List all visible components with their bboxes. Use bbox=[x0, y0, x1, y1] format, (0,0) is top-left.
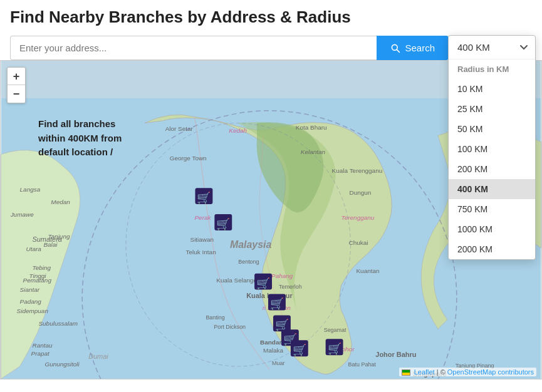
zoom-out-button[interactable]: − bbox=[8, 85, 25, 103]
svg-text:Tebing: Tebing bbox=[33, 264, 51, 271]
svg-text:Subulussalam: Subulussalam bbox=[38, 320, 78, 327]
svg-text:🛒: 🛒 bbox=[328, 342, 342, 356]
svg-text:Prapat: Prapat bbox=[31, 350, 51, 357]
svg-text:Tanjung: Tanjung bbox=[48, 233, 70, 240]
svg-text:Siantar: Siantar bbox=[20, 286, 40, 293]
svg-text:Port Dickson: Port Dickson bbox=[214, 324, 246, 330]
svg-text:Medan: Medan bbox=[51, 199, 70, 205]
svg-text:🛒: 🛒 bbox=[197, 191, 211, 205]
zoom-in-button[interactable]: + bbox=[8, 68, 25, 85]
svg-text:Kuala Selangor: Kuala Selangor bbox=[216, 277, 259, 284]
svg-text:Segamat: Segamat bbox=[324, 327, 347, 333]
svg-text:Tinggi: Tinggi bbox=[29, 272, 47, 279]
svg-text:Batu Pahat: Batu Pahat bbox=[348, 361, 377, 368]
svg-text:Gunungsitoli: Gunungsitoli bbox=[44, 361, 80, 368]
svg-text:Kuantan: Kuantan bbox=[356, 267, 379, 274]
map-info-text: Find all brancheswithin 400KM fromdefaul… bbox=[38, 117, 122, 160]
radius-option-25km[interactable]: 25 KM bbox=[449, 99, 535, 119]
svg-text:Temerloh: Temerloh bbox=[279, 284, 302, 290]
svg-text:Muar: Muar bbox=[272, 360, 284, 366]
page-title: Find Nearby Branches by Address & Radius bbox=[10, 8, 532, 27]
svg-text:Rantau: Rantau bbox=[33, 342, 53, 349]
svg-text:Bentong: Bentong bbox=[238, 259, 259, 265]
svg-text:🛒: 🛒 bbox=[270, 297, 284, 311]
svg-text:🛒: 🛒 bbox=[216, 217, 231, 231]
svg-text:🛒: 🛒 bbox=[293, 343, 307, 357]
svg-text:Teluk Intan: Teluk Intan bbox=[186, 249, 216, 255]
map-attribution: Leaflet | © OpenStreetMap contributors bbox=[399, 368, 536, 376]
radius-option-750km[interactable]: 750 KM bbox=[449, 199, 535, 219]
svg-text:Padang: Padang bbox=[20, 298, 42, 305]
svg-text:Langsa: Langsa bbox=[20, 186, 41, 193]
search-icon bbox=[390, 43, 400, 53]
svg-text:Kota Bharu: Kota Bharu bbox=[296, 124, 327, 131]
svg-text:Johor Bahru: Johor Bahru bbox=[375, 351, 416, 358]
svg-text:Kuala Terengganu: Kuala Terengganu bbox=[332, 167, 383, 174]
svg-text:Terengganu: Terengganu bbox=[341, 214, 375, 221]
radius-dropdown[interactable]: 400 KM Radius in KM 10 KM 25 KM 50 KM 10… bbox=[448, 35, 536, 260]
osm-link[interactable]: OpenStreetMap contributors bbox=[447, 368, 534, 376]
svg-text:Sitiawan: Sitiawan bbox=[190, 236, 214, 243]
svg-text:🛒: 🛒 bbox=[256, 277, 271, 291]
svg-text:Jumawe: Jumawe bbox=[10, 211, 34, 218]
svg-text:Dungun: Dungun bbox=[350, 189, 372, 196]
radius-option-1000km[interactable]: 1000 KM bbox=[449, 219, 535, 239]
leaflet-flag bbox=[402, 369, 410, 376]
zoom-controls: + − bbox=[7, 67, 26, 103]
svg-text:Malaka: Malaka bbox=[263, 347, 284, 354]
radius-option-10km[interactable]: 10 KM bbox=[449, 79, 535, 99]
radius-option-200km[interactable]: 200 KM bbox=[449, 159, 535, 179]
radius-option-400km[interactable]: 400 KM bbox=[449, 179, 535, 199]
search-button[interactable]: Search bbox=[377, 36, 449, 60]
svg-line-1 bbox=[397, 49, 400, 52]
radius-dropdown-list: Radius in KM 10 KM 25 KM 50 KM 100 KM 20… bbox=[449, 59, 535, 259]
radius-option-100km[interactable]: 100 KM bbox=[449, 139, 535, 159]
radius-option-50km[interactable]: 50 KM bbox=[449, 119, 535, 139]
svg-text:Chukai: Chukai bbox=[349, 239, 368, 246]
radius-selected[interactable]: 400 KM bbox=[449, 36, 535, 59]
svg-text:George Town: George Town bbox=[170, 155, 207, 162]
address-input[interactable] bbox=[10, 36, 377, 60]
leaflet-link[interactable]: Leaflet bbox=[414, 368, 435, 376]
radius-dropdown-header: Radius in KM bbox=[449, 59, 535, 79]
svg-text:Kedah: Kedah bbox=[229, 127, 247, 134]
svg-text:Alor Setar: Alor Setar bbox=[165, 125, 194, 132]
svg-text:Pahang: Pahang bbox=[271, 272, 293, 279]
search-bar: Search bbox=[10, 36, 449, 60]
svg-text:Banting: Banting bbox=[206, 314, 224, 321]
svg-text:Balai: Balai bbox=[43, 241, 58, 248]
svg-text:Kelantan: Kelantan bbox=[301, 148, 326, 155]
svg-text:Perak: Perak bbox=[194, 214, 211, 221]
radius-option-2000km[interactable]: 2000 KM bbox=[449, 239, 535, 259]
svg-text:Malaysia: Malaysia bbox=[230, 239, 272, 250]
svg-text:Sidempuan: Sidempuan bbox=[17, 307, 49, 314]
svg-text:Utara: Utara bbox=[26, 245, 42, 252]
